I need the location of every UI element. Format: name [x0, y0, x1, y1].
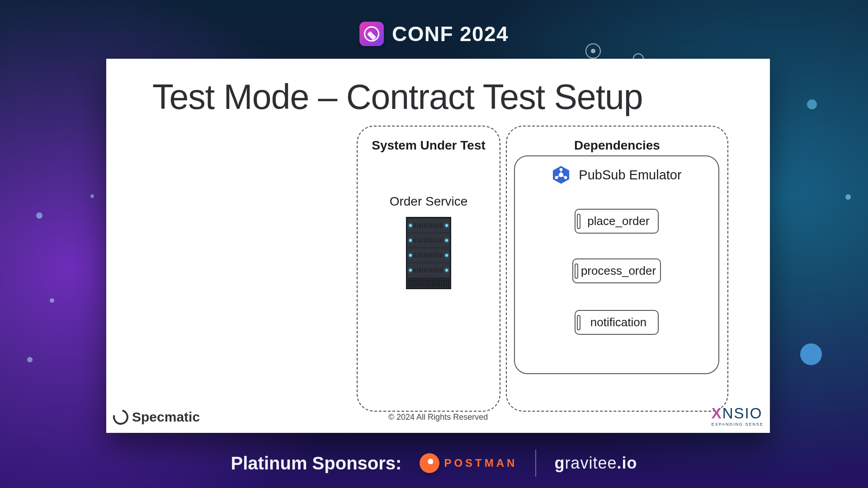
specmatic-logo: Specmatic	[113, 409, 200, 425]
decorative-circle-icon	[585, 43, 601, 59]
svg-point-2	[560, 168, 563, 171]
topic-label: process_order	[577, 264, 656, 278]
sut-label: System Under Test	[358, 127, 500, 153]
copyright: © 2024 All Rights Reserved	[388, 413, 488, 422]
slide-title: Test Mode – Contract Test Setup	[152, 77, 643, 117]
topic-process-order: process_order	[572, 258, 661, 283]
pubsub-emulator-label: PubSub Emulator	[579, 168, 681, 183]
deps-label: Dependencies	[507, 127, 727, 153]
order-service-label: Order Service	[358, 194, 500, 209]
presentation-slide: Test Mode – Contract Test Setup System U…	[106, 59, 770, 433]
specmatic-mark-icon	[110, 407, 131, 427]
xnsio-logo: XNSIO EXPANDING SENSE	[712, 405, 764, 427]
xnsio-x: X	[712, 405, 722, 422]
specmatic-conf-icon	[359, 22, 384, 46]
divider	[535, 450, 536, 477]
sponsor-bar: Platinum Sponsors: POSTMAN gravitee.io	[0, 438, 868, 488]
topic-label: notification	[587, 315, 646, 329]
postman-wordmark: POSTMAN	[444, 457, 517, 469]
specmatic-wordmark: Specmatic	[132, 409, 200, 425]
conference-title: CONF 2024	[392, 22, 509, 46]
topic-notification: notification	[575, 310, 659, 335]
xnsio-rest: NSIO	[722, 405, 763, 422]
google-pubsub-icon	[552, 165, 571, 184]
xnsio-tagline: EXPANDING SENSE	[712, 422, 764, 427]
postman-icon	[420, 453, 439, 473]
system-under-test-group: System Under Test Order Service	[357, 126, 500, 412]
conference-header: CONF 2024	[359, 22, 509, 46]
topic-label: place_order	[584, 214, 649, 228]
sponsor-postman: POSTMAN	[420, 453, 517, 473]
sponsor-gravitee: gravitee.io	[554, 454, 637, 473]
sponsor-label: Platinum Sponsors:	[231, 453, 402, 474]
svg-point-1	[559, 173, 563, 177]
pubsub-emulator-card: PubSub Emulator place_order process_orde…	[514, 155, 719, 374]
server-icon	[406, 217, 451, 289]
topic-place-order: place_order	[575, 209, 659, 234]
